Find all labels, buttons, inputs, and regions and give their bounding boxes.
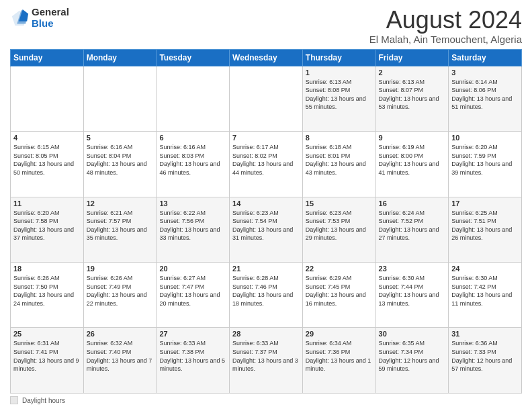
day-number: 2: [379, 68, 446, 77]
logo-general: General: [32, 6, 69, 17]
day-number: 6: [159, 134, 226, 142]
day-cell: [157, 66, 230, 131]
day-info: Sunrise: 6:28 AM Sunset: 7:46 PM Dayligh…: [232, 274, 300, 308]
day-cell: 10Sunrise: 6:20 AM Sunset: 7:59 PM Dayli…: [449, 132, 522, 197]
col-header-tuesday: Tuesday: [157, 49, 230, 66]
day-number: 28: [232, 330, 300, 338]
day-number: 18: [13, 265, 81, 273]
day-cell: 13Sunrise: 6:22 AM Sunset: 7:56 PM Dayli…: [157, 197, 230, 262]
week-row-5: 25Sunrise: 6:31 AM Sunset: 7:41 PM Dayli…: [11, 328, 522, 394]
day-cell: 5Sunrise: 6:16 AM Sunset: 8:04 PM Daylig…: [83, 132, 157, 197]
day-number: 29: [306, 330, 373, 338]
day-number: 10: [451, 134, 519, 142]
header: General Blue August 2024 El Malah, Ain T…: [10, 7, 522, 45]
daylight-box: [10, 396, 18, 404]
day-cell: 2Sunrise: 6:13 AM Sunset: 8:07 PM Daylig…: [375, 66, 449, 131]
day-cell: 29Sunrise: 6:34 AM Sunset: 7:36 PM Dayli…: [302, 328, 375, 394]
day-number: 24: [451, 265, 519, 273]
logo-icon: [10, 9, 29, 28]
day-info: Sunrise: 6:23 AM Sunset: 7:53 PM Dayligh…: [306, 209, 373, 242]
day-cell: 14Sunrise: 6:23 AM Sunset: 7:54 PM Dayli…: [230, 197, 303, 262]
day-info: Sunrise: 6:13 AM Sunset: 8:07 PM Dayligh…: [379, 78, 446, 111]
day-number: 17: [451, 199, 519, 208]
day-info: Sunrise: 6:30 AM Sunset: 7:44 PM Dayligh…: [379, 274, 446, 308]
day-info: Sunrise: 6:32 AM Sunset: 7:40 PM Dayligh…: [87, 339, 154, 373]
day-cell: 19Sunrise: 6:26 AM Sunset: 7:49 PM Dayli…: [83, 263, 157, 328]
day-info: Sunrise: 6:16 AM Sunset: 8:03 PM Dayligh…: [159, 143, 226, 177]
day-cell: 11Sunrise: 6:20 AM Sunset: 7:58 PM Dayli…: [11, 197, 84, 262]
col-header-monday: Monday: [83, 49, 157, 66]
day-cell: 23Sunrise: 6:30 AM Sunset: 7:44 PM Dayli…: [375, 263, 449, 328]
day-info: Sunrise: 6:33 AM Sunset: 7:38 PM Dayligh…: [159, 339, 226, 373]
day-number: 12: [87, 199, 154, 208]
day-cell: 24Sunrise: 6:30 AM Sunset: 7:42 PM Dayli…: [449, 263, 522, 328]
day-number: 21: [232, 265, 300, 273]
day-info: Sunrise: 6:17 AM Sunset: 8:02 PM Dayligh…: [232, 143, 300, 177]
calendar-header-row: SundayMondayTuesdayWednesdayThursdayFrid…: [11, 49, 522, 66]
day-info: Sunrise: 6:22 AM Sunset: 7:56 PM Dayligh…: [159, 209, 226, 242]
day-number: 9: [379, 134, 446, 142]
footer: Daylight hours: [10, 396, 522, 404]
col-header-thursday: Thursday: [302, 49, 375, 66]
day-cell: [83, 66, 157, 131]
footer-label: Daylight hours: [22, 397, 65, 404]
day-info: Sunrise: 6:27 AM Sunset: 7:47 PM Dayligh…: [159, 274, 226, 308]
day-info: Sunrise: 6:23 AM Sunset: 7:54 PM Dayligh…: [232, 209, 300, 242]
day-info: Sunrise: 6:21 AM Sunset: 7:57 PM Dayligh…: [87, 209, 154, 242]
day-number: 20: [159, 265, 226, 273]
day-cell: 4Sunrise: 6:15 AM Sunset: 8:05 PM Daylig…: [11, 132, 84, 197]
day-info: Sunrise: 6:34 AM Sunset: 7:36 PM Dayligh…: [306, 339, 373, 373]
page: General Blue August 2024 El Malah, Ain T…: [0, 0, 532, 411]
day-cell: 30Sunrise: 6:35 AM Sunset: 7:34 PM Dayli…: [375, 328, 449, 394]
day-number: 11: [13, 199, 81, 208]
col-header-saturday: Saturday: [449, 49, 522, 66]
day-number: 4: [13, 134, 81, 142]
calendar-table: SundayMondayTuesdayWednesdayThursdayFrid…: [10, 49, 522, 394]
day-cell: 8Sunrise: 6:18 AM Sunset: 8:01 PM Daylig…: [302, 132, 375, 197]
main-title: August 2024: [369, 7, 522, 34]
day-cell: 3Sunrise: 6:14 AM Sunset: 8:06 PM Daylig…: [449, 66, 522, 131]
day-cell: [11, 66, 84, 131]
day-cell: 22Sunrise: 6:29 AM Sunset: 7:45 PM Dayli…: [302, 263, 375, 328]
day-number: 30: [379, 330, 446, 338]
day-info: Sunrise: 6:30 AM Sunset: 7:42 PM Dayligh…: [451, 274, 519, 308]
day-info: Sunrise: 6:16 AM Sunset: 8:04 PM Dayligh…: [87, 143, 154, 177]
day-info: Sunrise: 6:24 AM Sunset: 7:52 PM Dayligh…: [379, 209, 446, 242]
day-cell: 26Sunrise: 6:32 AM Sunset: 7:40 PM Dayli…: [83, 328, 157, 394]
week-row-2: 4Sunrise: 6:15 AM Sunset: 8:05 PM Daylig…: [11, 132, 522, 197]
day-info: Sunrise: 6:15 AM Sunset: 8:05 PM Dayligh…: [13, 143, 81, 177]
day-number: 8: [306, 134, 373, 142]
day-info: Sunrise: 6:31 AM Sunset: 7:41 PM Dayligh…: [13, 339, 81, 373]
col-header-sunday: Sunday: [11, 49, 84, 66]
title-section: August 2024 El Malah, Ain Temouchent, Al…: [369, 7, 522, 45]
day-info: Sunrise: 6:33 AM Sunset: 7:37 PM Dayligh…: [232, 339, 300, 373]
day-info: Sunrise: 6:35 AM Sunset: 7:34 PM Dayligh…: [379, 339, 446, 373]
day-cell: 15Sunrise: 6:23 AM Sunset: 7:53 PM Dayli…: [302, 197, 375, 262]
subtitle: El Malah, Ain Temouchent, Algeria: [369, 34, 522, 45]
day-number: 27: [159, 330, 226, 338]
day-number: 31: [451, 330, 519, 338]
week-row-1: 1Sunrise: 6:13 AM Sunset: 8:08 PM Daylig…: [11, 66, 522, 131]
day-cell: 31Sunrise: 6:36 AM Sunset: 7:33 PM Dayli…: [449, 328, 522, 394]
day-number: 19: [87, 265, 154, 273]
week-row-3: 11Sunrise: 6:20 AM Sunset: 7:58 PM Dayli…: [11, 197, 522, 262]
day-info: Sunrise: 6:29 AM Sunset: 7:45 PM Dayligh…: [306, 274, 373, 308]
day-cell: 21Sunrise: 6:28 AM Sunset: 7:46 PM Dayli…: [230, 263, 303, 328]
day-number: 7: [232, 134, 300, 142]
day-info: Sunrise: 6:26 AM Sunset: 7:50 PM Dayligh…: [13, 274, 81, 308]
col-header-wednesday: Wednesday: [230, 49, 303, 66]
day-number: 1: [306, 68, 373, 77]
day-cell: 18Sunrise: 6:26 AM Sunset: 7:50 PM Dayli…: [11, 263, 84, 328]
logo-blue: Blue: [32, 17, 54, 29]
day-info: Sunrise: 6:25 AM Sunset: 7:51 PM Dayligh…: [451, 209, 519, 242]
day-cell: 28Sunrise: 6:33 AM Sunset: 7:37 PM Dayli…: [230, 328, 303, 394]
day-info: Sunrise: 6:19 AM Sunset: 8:00 PM Dayligh…: [379, 143, 446, 177]
day-info: Sunrise: 6:20 AM Sunset: 7:59 PM Dayligh…: [451, 143, 519, 177]
week-row-4: 18Sunrise: 6:26 AM Sunset: 7:50 PM Dayli…: [11, 263, 522, 328]
day-info: Sunrise: 6:13 AM Sunset: 8:08 PM Dayligh…: [306, 78, 373, 111]
day-cell: [230, 66, 303, 131]
day-number: 25: [13, 330, 81, 338]
day-info: Sunrise: 6:36 AM Sunset: 7:33 PM Dayligh…: [451, 339, 519, 373]
day-cell: 25Sunrise: 6:31 AM Sunset: 7:41 PM Dayli…: [11, 328, 84, 394]
day-number: 26: [87, 330, 154, 338]
